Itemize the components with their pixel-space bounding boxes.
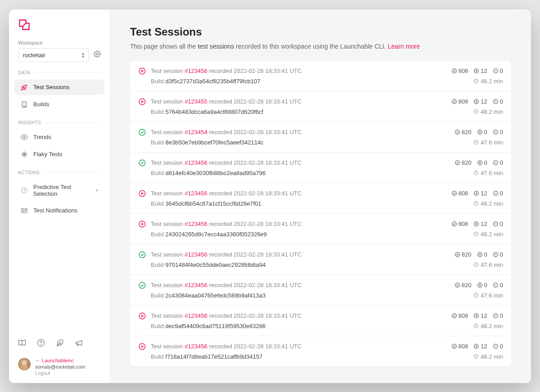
svg-point-23 [455,161,459,165]
skip-count: 0 [493,68,503,74]
building-icon [21,101,28,108]
learn-more-link[interactable]: Learn more [388,43,420,50]
svg-point-43 [455,283,459,288]
svg-point-0 [96,53,98,55]
fail-count: 12 [473,312,487,319]
status-icon [138,67,146,75]
avatar[interactable] [18,358,31,370]
page-title: Test Sessions [130,26,511,38]
svg-point-8 [452,69,456,73]
pass-count: 808 [451,343,468,350]
status-icon [138,128,146,136]
session-duration: 48.2 min [473,200,503,207]
session-row[interactable]: Test session #123456 recorded 2022-02-28… [130,275,511,306]
sidebar-item-predictive[interactable]: Predictive Test Selection ▾ [14,180,104,201]
build-hash: d814efc40e3030fb88bc2ea8ad95a796 [166,170,266,176]
build-info: Build 2c43084eaa04765efedc589b9af413a3 [151,292,473,299]
build-hash: 2c43084eaa04765efedc589b9af413a3 [166,292,266,299]
session-row[interactable]: Test session #123455 recorded 2022-02-28… [130,91,511,122]
build-info: Build 3645dcf6b54c87a1cf15ccf8d26e7f01 [151,200,473,207]
logo [9,18,110,40]
session-id: #123455 [184,98,207,105]
session-stats: 808120 [451,343,503,350]
logout-link[interactable]: Logout [35,370,85,376]
status-icon [138,251,146,259]
session-row[interactable]: Test session #123456 recorded 2022-02-28… [130,214,511,244]
workspace-label: Workspace [18,40,101,45]
svg-point-2 [23,136,25,138]
fail-count: 12 [473,343,487,350]
section-label-insights: INSIGHTS [9,120,110,130]
user-org-link[interactable]: ← Launchableinc [35,358,85,363]
build-info: Build d814efc40e3030fb88bc2ea8ad95a796 [151,170,473,176]
skip-count: 0 [493,159,503,166]
rocket-icon [21,84,28,91]
session-row[interactable]: Test session #123456 recorded 2022-02-28… [130,153,511,183]
session-id: #123456 [184,282,207,288]
skip-count: 0 [493,251,503,258]
workspace-select[interactable]: rocketair ▴▾ [18,48,89,62]
session-summary: Test session #123456 recorded 2022-02-28… [151,282,450,288]
session-row[interactable]: Test session #123456 recorded 2022-02-28… [130,61,511,91]
status-icon [138,189,146,198]
skip-count: 0 [493,343,503,350]
session-row[interactable]: Test session #123456 recorded 2022-02-28… [130,183,511,214]
sidebar-item-builds[interactable]: Builds [14,97,104,112]
sidebar-item-trends[interactable]: Trends [14,130,104,145]
arrow-left-icon: ← [35,358,40,363]
sidebar-item-label: Flaky Tests [33,151,63,158]
session-row[interactable]: Test session #123456 recorded 2022-02-28… [130,244,511,275]
session-stats: 82000 [454,282,503,288]
session-duration: 47.6 min [473,292,503,299]
pass-count: 808 [451,190,468,197]
eye-icon [21,134,28,141]
build-info: Build 243024265d8c7ecc4aa3360f052326e9 [151,231,473,238]
session-row[interactable]: Test session #123456 recorded 2022-02-28… [130,336,511,366]
feather-icon[interactable] [56,339,64,349]
session-summary: Test session #123454 recorded 2022-02-28… [151,129,450,135]
sidebar-item-label: Predictive Test Selection [33,184,90,197]
build-info: Build dec9af54409c6ad75119f59530e83286 [151,323,473,329]
section-label-actions: ACTIONS [9,170,110,180]
svg-point-28 [452,191,456,196]
session-id: #123454 [184,129,207,135]
skip-count: 0 [493,221,503,227]
session-row[interactable]: Test session #123456 recorded 2022-02-28… [130,306,511,336]
svg-point-33 [452,222,456,226]
build-hash: 5764b483dcca6a9a4cf88807d620f6cf [166,108,264,115]
chevron-updown-icon: ▴▾ [82,52,84,58]
sidebar-item-notifications[interactable]: Test Notifications [14,203,104,218]
section-label-data: DATA [9,70,110,80]
envelope-check-icon [21,207,28,214]
sidebar-item-test-sessions[interactable]: Test Sessions [14,80,104,95]
page-description: This page shows all the test sessions re… [130,43,511,50]
skip-count: 0 [493,190,503,197]
build-info: Build 8e3b50e7eb9bcef70fec5aeef342114c [151,139,473,146]
svg-point-42 [139,282,145,288]
workspace-section: Workspace rocketair ▴▾ [9,40,110,70]
session-id: #123456 [184,343,207,350]
svg-point-37 [139,252,145,258]
session-stats: 808120 [451,98,503,105]
gear-icon[interactable] [94,50,101,59]
megaphone-icon[interactable] [75,339,83,349]
sidebar: Workspace rocketair ▴▾ DATA Test Session… [9,9,110,383]
session-id: #123456 [184,312,207,319]
sidebar-item-flaky-tests[interactable]: Flaky Tests [14,147,104,162]
svg-point-38 [455,252,459,257]
book-icon[interactable] [18,339,26,349]
session-duration: 48.2 min [473,323,503,329]
build-hash: dec9af54409c6ad75119f59530e83286 [166,323,266,329]
session-id: #123456 [184,221,207,227]
sidebar-item-label: Test Notifications [33,207,77,214]
chevron-down-icon: ▾ [96,188,98,193]
sidebar-footer: ← Launchableinc somaly@rocketair.com Log… [9,339,110,376]
session-summary: Test session #123456 recorded 2022-02-28… [151,159,450,166]
session-summary: Test session #123456 recorded 2022-02-28… [151,221,447,227]
session-duration: 48.2 min [473,353,503,360]
build-hash: 8e3b50e7eb9bcef70fec5aeef342114c [166,139,264,146]
help-icon[interactable] [37,339,45,349]
status-icon [138,312,146,320]
session-row[interactable]: Test session #123454 recorded 2022-02-28… [130,122,511,153]
workspace-value: rocketair [23,52,45,59]
